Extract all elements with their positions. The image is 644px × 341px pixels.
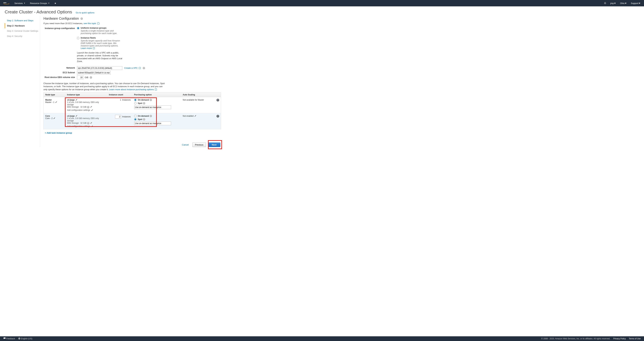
instance-fleets-desc: Specify target capacity and how Amazon E… [81,40,124,50]
master-price-select[interactable]: Use on-demand as max price [134,106,171,109]
core-node-title: Core [45,115,50,117]
master-ispecs: 2 vCore, 3.8 GiB memory, EBS only storag… [67,101,106,106]
nav-services[interactable]: Services▼ [14,2,25,4]
master-itype: c4.large [67,99,75,101]
section-heading: Hardware Configuration i [44,16,221,20]
info-icon[interactable]: i [80,18,83,20]
col-auto-scaling: Auto Scaling [181,92,215,97]
step-2[interactable]: Step 2: Hardware [5,23,40,28]
quick-options-link[interactable]: Go to quick options [76,12,94,14]
info-icon[interactable]: i [143,67,145,69]
help-icon[interactable]: ? [216,115,219,118]
info-icon[interactable]: i [90,76,92,79]
nav-resource-groups[interactable]: Resource Groups▼ [30,2,50,4]
add-task-instance-group[interactable]: + Add task instance group [45,132,221,134]
see-topic-link[interactable]: see this topic [84,22,99,25]
info-icon[interactable]: i [150,115,152,117]
core-add-config[interactable]: Add configuration settings [67,125,93,128]
col-instance-type: Instance type [66,92,107,97]
pencil-icon[interactable] [90,106,92,108]
pencil-icon [91,125,93,127]
info-icon[interactable]: i [87,106,90,108]
core-itype: c4.large [67,115,75,117]
info-icon[interactable]: i [87,122,90,124]
core-price-select[interactable]: Use on-demand as max price [134,122,171,125]
external-link-icon [93,47,95,49]
info-icon[interactable]: i [150,99,152,101]
instances-label: Instances [122,99,131,101]
pencil-icon[interactable] [55,101,57,103]
radio-uniform-groups[interactable] [77,27,79,29]
chevron-down-icon: ▼ [24,2,25,4]
page-title: Create Cluster - Advanced Options [5,10,72,14]
pin-icon[interactable]: ★ [54,2,56,4]
uniform-groups-desc: Specify a single instance type and purch… [81,30,124,34]
nav-region[interactable]: Ohio▼ [620,2,627,4]
pencil-icon[interactable] [90,122,92,124]
help-icon[interactable]: ? [216,99,219,102]
row-core: Core Core - 2 c4.large 2 vCore, 3.8 GiB … [44,113,221,129]
row-master: Master Master - 1 c4.large 2 vCore, 3.8 … [44,97,221,113]
info-icon[interactable]: i [143,118,145,120]
core-spot-radio[interactable] [134,118,136,120]
master-ebs: EBS Storage: 32 GiB [67,106,86,108]
master-add-config[interactable]: Add configuration settings [67,109,93,111]
svg-text:aws: aws [3,2,6,3]
core-count-input[interactable] [115,115,121,118]
master-count: 1 [120,99,121,101]
master-node-title: Master [45,99,52,101]
notifications-bell[interactable] [604,2,606,5]
core-ondemand-radio[interactable] [134,115,136,117]
create-vpc-link[interactable]: Create a VPC [124,67,141,69]
nav-user[interactable]: jmp▼ [610,2,616,4]
pencil-icon[interactable] [76,99,78,101]
pencil-icon [91,109,93,111]
igc-label: Instance group configuration [44,27,77,65]
info-icon[interactable]: i [143,102,145,104]
instance-fleets-title: Instance fleets [81,36,96,39]
next-button[interactable]: Next [208,142,220,147]
content-area: Hardware Configuration i If you need mor… [40,16,221,147]
learn-more-fleets[interactable]: Learn more [81,47,95,50]
col-purchasing: Purchasing option [132,92,181,97]
subnet-label: EC2 Subnet [44,71,77,74]
chevron-down-icon: ▼ [638,2,641,4]
master-autoscale: Not available for Master [183,99,204,101]
master-ondemand-radio[interactable] [134,99,136,101]
step-4[interactable]: Step 4: Security [5,34,40,39]
previous-button[interactable]: Previous [192,142,206,147]
aws-logo[interactable]: aws [3,1,10,5]
core-ebs: EBS Storage: 32 GiB [67,122,86,124]
core-ondemand-label: On-demand [138,115,149,117]
gib-label: GiB [85,76,88,79]
col-node-type: Node type [44,92,66,97]
step-1[interactable]: Step 1: Software and Steps [5,18,40,23]
master-spot-radio[interactable] [134,102,136,104]
page-header: Create Cluster - Advanced Options Go to … [0,6,644,16]
subnet-select[interactable]: subnet-553aad19 | Default in us-east-2c [77,71,110,74]
instances-label: Instances [122,116,131,118]
master-node-sub: Master - 1 [45,101,54,104]
chevron-down-icon: ▼ [614,2,616,4]
cancel-button[interactable]: Cancel [180,142,190,147]
pencil-icon[interactable] [194,115,196,117]
network-label: Network [44,66,77,70]
nav-support[interactable]: Support▼ [631,2,641,4]
root-vol-input[interactable] [77,76,83,79]
instance-groups-table: Node type Instance type Instance count P… [44,92,221,129]
network-select[interactable]: vpc-2fce0744 (172.31.0.0/16) (default) [77,66,122,70]
chevron-down-icon: ▼ [625,2,627,4]
pencil-icon[interactable] [53,117,55,119]
pencil-icon[interactable] [76,115,78,117]
purchasing-paragraph: Choose the instance type, number of inst… [44,82,166,91]
wizard-steps-sidebar: Step 1: Software and Steps Step 2: Hardw… [5,16,40,147]
top-nav: aws Services▼ Resource Groups▼ ★ jmp▼ Oh… [0,0,644,6]
step-3[interactable]: Step 3: General Cluster Settings [5,28,40,34]
learn-more-purchasing[interactable]: Learn more about instance purchasing opt… [109,88,157,91]
vpc-note: Launch the cluster into a VPC with a pub… [77,52,126,63]
core-ispecs: 2 vCore, 3.8 GiB memory, EBS only storag… [67,117,106,122]
master-ondemand-label: On-demand [138,99,149,101]
radio-instance-fleets[interactable] [77,37,79,39]
external-link-icon [139,67,141,69]
external-link-icon [98,22,99,24]
